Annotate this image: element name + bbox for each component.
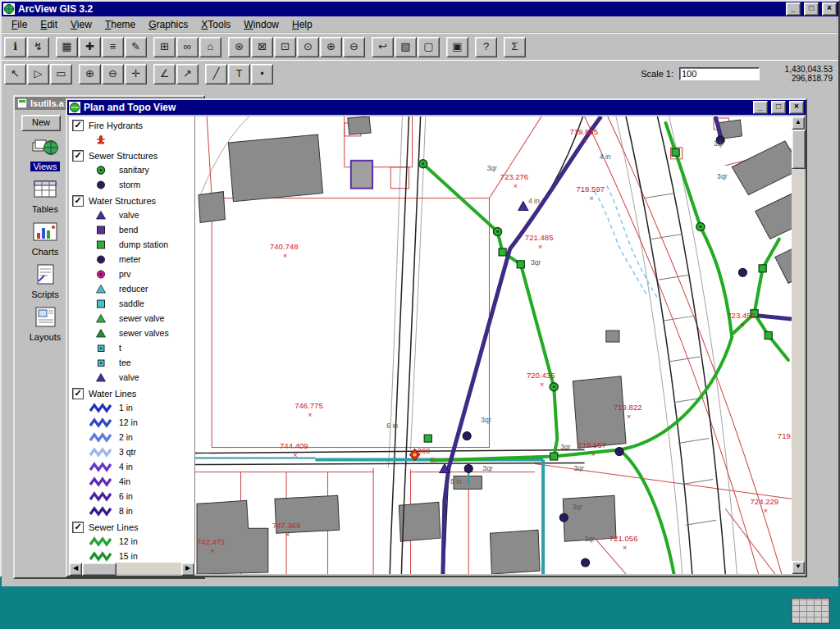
legend-class-15-in[interactable]: 15 in bbox=[69, 549, 194, 563]
legend-class-sewer-valves[interactable]: sewer valves bbox=[69, 326, 194, 340]
toolbar-button-help[interactable]: ? bbox=[475, 37, 497, 57]
map-point-wsquare[interactable] bbox=[517, 261, 524, 268]
sidebar-item-views[interactable]: Views bbox=[30, 136, 59, 171]
legend-layer-water-lines[interactable]: ✓Water Lines bbox=[69, 385, 194, 400]
legend-class-8-in[interactable]: 8 in bbox=[69, 504, 194, 518]
legend-class-4in[interactable]: 4in bbox=[69, 474, 194, 489]
legend-class-storm[interactable]: storm bbox=[69, 177, 194, 192]
legend-class-4-in[interactable]: 4 in bbox=[69, 459, 194, 474]
toolbar-button-open-theme-table[interactable]: ⊞ bbox=[153, 37, 176, 57]
toolbar-button-add-theme[interactable]: ✚ bbox=[79, 37, 101, 57]
view-minimize-button[interactable]: _ bbox=[753, 101, 768, 114]
menu-theme[interactable]: Theme bbox=[98, 18, 142, 31]
sidebar-item-tables[interactable]: Tables bbox=[30, 179, 61, 214]
toolbar-button-find[interactable]: ∞ bbox=[176, 37, 199, 57]
toolbar-button-bookmarks[interactable]: ▣ bbox=[446, 37, 468, 57]
toolbar-button-zoom-full-extent[interactable]: ⊠ bbox=[251, 37, 273, 57]
map-point-sanitary[interactable] bbox=[494, 228, 502, 236]
sidebar-item-scripts[interactable]: Scripts bbox=[29, 264, 62, 299]
layer-checkbox[interactable]: ✓ bbox=[72, 388, 84, 399]
layer-checkbox[interactable]: ✓ bbox=[72, 120, 84, 131]
legend-class-2-in[interactable]: 2 in bbox=[69, 430, 194, 444]
map-vertical-scrollbar[interactable]: ▲ ▼ bbox=[792, 116, 804, 574]
toolbar-button-draw-point-tool[interactable]: • bbox=[251, 64, 273, 84]
toolbar-button-vertex-edit[interactable]: ▷ bbox=[27, 64, 49, 84]
toolbar-button-identify[interactable]: ℹ bbox=[4, 37, 26, 57]
legend-class-dump-station[interactable]: dump station bbox=[69, 237, 194, 252]
view-window-titlebar[interactable]: Plan and Topo View _ □ × bbox=[67, 100, 806, 115]
scroll-thumb[interactable] bbox=[792, 130, 806, 169]
toolbar-button-zoom-active-theme[interactable]: ⊡ bbox=[274, 37, 296, 57]
toolbar-button-statistics[interactable]: Σ bbox=[504, 37, 526, 57]
map-point-wsquare[interactable] bbox=[550, 453, 558, 460]
map-point-sanitary[interactable] bbox=[696, 223, 705, 231]
layer-checkbox[interactable]: ✓ bbox=[72, 522, 84, 533]
app-maximize-button[interactable]: □ bbox=[804, 2, 819, 16]
toolbar-button-save-project[interactable]: ▦ bbox=[56, 37, 78, 57]
toolbar-button-text-tool[interactable]: T bbox=[228, 64, 250, 84]
toolbar-button-pan-tool[interactable]: ✛ bbox=[125, 64, 147, 84]
menu-file[interactable]: File bbox=[5, 18, 34, 31]
new-button[interactable]: New bbox=[21, 115, 61, 131]
toolbar-button-zoom-previous[interactable]: ↩ bbox=[372, 37, 394, 57]
legend-class-symbol[interactable] bbox=[69, 132, 194, 147]
map-point-meter[interactable] bbox=[559, 513, 568, 522]
toolbar-button-zoom-out[interactable]: ⊖ bbox=[343, 37, 365, 57]
legend-class-prv[interactable]: prv bbox=[69, 267, 194, 281]
map-point-sanitary[interactable] bbox=[550, 383, 558, 391]
toolbar-button-theme-properties[interactable]: ≡ bbox=[102, 37, 124, 57]
map-canvas[interactable]: 719.885×723.276×718.597×740.748×721.485×… bbox=[195, 116, 792, 574]
legend-class-meter[interactable]: meter bbox=[69, 252, 194, 267]
map-point-wsquare[interactable] bbox=[765, 332, 772, 340]
legend-class-sewer-valve[interactable]: sewer valve bbox=[69, 311, 194, 326]
legend-class-bend[interactable]: bend bbox=[69, 222, 194, 237]
map-point-wsquare[interactable] bbox=[759, 265, 766, 272]
legend-layer-sewer-lines[interactable]: ✓Sewer Lines bbox=[69, 518, 194, 534]
scroll-left-button[interactable]: ◀ bbox=[69, 563, 82, 576]
map-point-wsquare[interactable] bbox=[672, 148, 679, 156]
toolbar-button-zoom-in-tool[interactable]: ⊕ bbox=[79, 64, 101, 84]
legend-layer-sewer-structures[interactable]: ✓Sewer Structures bbox=[69, 147, 194, 162]
map-point-sanitary[interactable] bbox=[419, 160, 427, 168]
menu-graphics[interactable]: Graphics bbox=[142, 18, 194, 31]
legend-class-6-in[interactable]: 6 in bbox=[69, 489, 194, 504]
legend-class-reducer[interactable]: reducer bbox=[69, 281, 194, 296]
toolbar-button-select-box[interactable]: ▭ bbox=[50, 64, 72, 84]
legend-horizontal-scrollbar[interactable]: ◀ ▶ bbox=[69, 563, 194, 574]
legend-layer-water-structures[interactable]: ✓Water Structures bbox=[69, 192, 194, 207]
menu-help[interactable]: Help bbox=[285, 18, 319, 31]
map-point-valve[interactable] bbox=[518, 202, 528, 211]
legend-class-12-in[interactable]: 12 in bbox=[69, 534, 194, 549]
app-minimize-button[interactable]: _ bbox=[786, 2, 801, 16]
layer-checkbox[interactable]: ✓ bbox=[72, 150, 84, 162]
scroll-thumb[interactable] bbox=[82, 563, 116, 576]
map-point-meter[interactable] bbox=[463, 432, 471, 440]
view-close-button[interactable]: × bbox=[789, 101, 804, 114]
toolbar-button-pointer[interactable]: ↖ bbox=[4, 64, 26, 84]
view-maximize-button[interactable]: □ bbox=[771, 101, 786, 114]
legend-class-12-in[interactable]: 12 in bbox=[69, 415, 194, 430]
map-point-meter[interactable] bbox=[582, 558, 590, 567]
menu-edit[interactable]: Edit bbox=[34, 18, 64, 31]
toolbar-button-hotlink-tool[interactable]: ↗ bbox=[176, 64, 199, 84]
app-titlebar[interactable]: ArcView GIS 3.2 _ □ × bbox=[2, 2, 838, 16]
toolbar-button-zoom-in[interactable]: ⊕ bbox=[320, 37, 342, 57]
toolbar-button-hot-link[interactable]: ↯ bbox=[27, 37, 49, 57]
legend-class-tee[interactable]: tee bbox=[69, 355, 194, 370]
map-point-meter[interactable] bbox=[464, 464, 472, 472]
legend-class-saddle[interactable]: saddle bbox=[69, 296, 194, 311]
desktop-grid-icon[interactable] bbox=[791, 598, 830, 624]
layer-checkbox[interactable]: ✓ bbox=[72, 195, 84, 207]
toolbar-button-draw-line-tool[interactable]: ╱ bbox=[205, 64, 227, 84]
scale-input[interactable] bbox=[679, 67, 760, 80]
map-point-wsquare[interactable] bbox=[424, 435, 431, 442]
legend-class-valve[interactable]: valve bbox=[69, 207, 194, 222]
map-point-meter[interactable] bbox=[738, 268, 746, 276]
legend-class-t[interactable]: t bbox=[69, 340, 194, 355]
toolbar-button-zoom-out-tool[interactable]: ⊖ bbox=[102, 64, 124, 84]
toolbar-button-select-features[interactable]: ▧ bbox=[395, 37, 417, 57]
map-point-meter[interactable] bbox=[615, 448, 623, 456]
legend-class-sanitary[interactable]: sanitary bbox=[69, 162, 194, 177]
toolbar-button-edit-legend[interactable]: ✎ bbox=[125, 37, 147, 57]
sidebar-item-layouts[interactable]: Layouts bbox=[27, 307, 64, 342]
